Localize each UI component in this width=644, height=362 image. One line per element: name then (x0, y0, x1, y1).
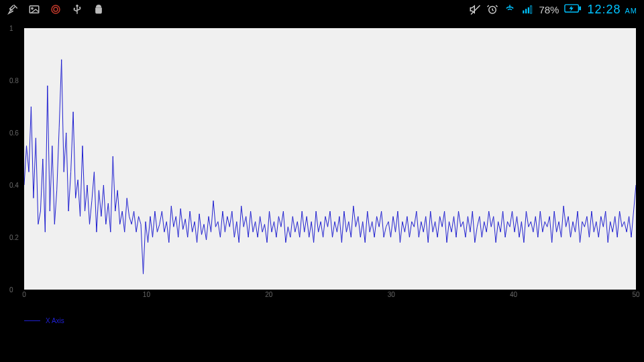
svg-point-1 (32, 7, 33, 9)
svg-rect-5 (523, 11, 525, 14)
status-right: 78% 12:28 AM (469, 3, 637, 17)
android-icon (93, 3, 105, 15)
image-icon (28, 3, 40, 15)
battery-icon (564, 3, 582, 15)
ytick: 0.2 (9, 234, 24, 241)
wifi-icon (504, 3, 516, 15)
plot-area[interactable] (24, 28, 636, 290)
ytick: 0.4 (9, 182, 24, 189)
svg-point-2 (52, 5, 60, 13)
usb-icon (71, 3, 83, 15)
battery-percent: 78% (539, 4, 559, 15)
xtick: 20 (265, 291, 272, 298)
xtick: 0 (22, 291, 26, 298)
status-clock: 12:28 AM (587, 3, 637, 17)
chart: 00.20.40.60.81 01020304050 X Axis (9, 28, 636, 310)
xtick: 10 (143, 291, 150, 298)
svg-rect-10 (580, 7, 582, 11)
y-axis-ticks: 00.20.40.60.81 (9, 28, 24, 290)
legend: X Axis (24, 317, 64, 324)
xtick: 30 (388, 291, 395, 298)
svg-rect-8 (531, 6, 532, 13)
svg-point-3 (54, 7, 58, 11)
svg-rect-7 (528, 7, 529, 13)
line-chart-svg (24, 28, 636, 290)
legend-label: X Axis (46, 317, 64, 324)
statusbar: 78% 12:28 AM (0, 0, 644, 19)
ytick: 0.8 (9, 77, 24, 84)
ytick: 0.6 (9, 129, 24, 137)
x-axis-ticks: 01020304050 (24, 291, 636, 300)
broom-icon (7, 3, 19, 15)
mute-icon (469, 3, 481, 15)
alarm-icon (486, 3, 498, 15)
series-line (24, 60, 636, 274)
signal-icon (521, 3, 533, 15)
legend-swatch (24, 320, 40, 321)
xtick: 50 (632, 291, 639, 298)
xtick: 40 (510, 291, 517, 298)
svg-rect-6 (525, 9, 527, 13)
svg-rect-0 (30, 6, 39, 13)
status-left-icons (7, 3, 105, 15)
target-icon (50, 3, 62, 15)
ytick: 1 (9, 25, 24, 32)
